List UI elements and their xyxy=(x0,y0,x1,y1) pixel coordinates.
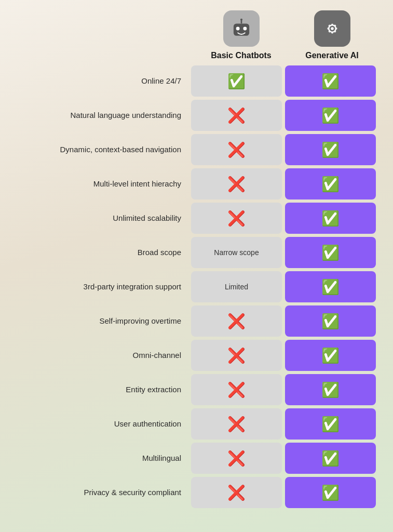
row-label: 3rd-party integration support xyxy=(16,271,189,302)
cross-mark-icon: ❌ xyxy=(227,381,246,398)
genai-cell: ✅ xyxy=(285,305,376,337)
table-body: Online 24/7✅✅Natural language understand… xyxy=(16,65,377,508)
check-mark-icon: ✅ xyxy=(321,450,340,467)
svg-point-4 xyxy=(240,19,242,21)
table-row: Entity extraction❌✅ xyxy=(16,374,377,405)
genai-cell: ✅ xyxy=(285,408,376,440)
check-mark-icon: ✅ xyxy=(321,416,340,433)
row-label: Multilingual xyxy=(16,443,189,474)
table-row: Broad scopeNarrow scope✅ xyxy=(16,237,377,268)
genai-cell: ✅ xyxy=(285,271,376,302)
table-row: Privacy & security compliant❌✅ xyxy=(16,477,377,508)
basic-cell: Limited xyxy=(191,271,282,302)
basic-cell: ❌ xyxy=(191,408,282,440)
basic-cell: ❌ xyxy=(191,305,282,337)
check-mark-icon: ✅ xyxy=(321,381,340,398)
genai-icon xyxy=(314,10,350,47)
row-label: Dynamic, context-based navigation xyxy=(16,134,189,165)
cross-mark-icon: ❌ xyxy=(227,484,246,501)
row-label: Privacy & security compliant xyxy=(16,477,189,508)
basic-cell: ❌ xyxy=(191,477,282,508)
svg-point-1 xyxy=(236,27,239,31)
table-row: Self-improving overtime❌✅ xyxy=(16,305,377,337)
check-mark-icon: ✅ xyxy=(321,278,340,296)
row-label: Self-improving overtime xyxy=(16,305,189,337)
basic-cell: Narrow scope xyxy=(191,237,282,268)
check-mark-icon: ✅ xyxy=(321,141,340,158)
genai-cell: ✅ xyxy=(285,340,376,371)
check-mark-icon: ✅ xyxy=(321,210,340,227)
table-row: Natural language understanding❌✅ xyxy=(16,100,377,131)
basic-cell: ❌ xyxy=(191,340,282,371)
genai-cell: ✅ xyxy=(285,237,376,268)
cross-mark-icon: ❌ xyxy=(227,107,246,124)
basic-cell: ❌ xyxy=(191,203,282,234)
cross-mark-icon: ❌ xyxy=(227,347,246,364)
cross-mark-icon: ❌ xyxy=(227,210,246,227)
basic-cell: ❌ xyxy=(191,100,282,131)
table-row: Omni-channel❌✅ xyxy=(16,340,377,371)
genai-cell: ✅ xyxy=(285,134,376,165)
table-row: Multi-level intent hierachy❌✅ xyxy=(16,168,377,200)
row-label: Entity extraction xyxy=(16,374,189,405)
check-mark-icon: ✅ xyxy=(321,107,340,124)
check-mark-icon: ✅ xyxy=(321,347,340,364)
cross-mark-icon: ❌ xyxy=(227,176,246,193)
row-label: Online 24/7 xyxy=(16,65,189,97)
row-label: Natural language understanding xyxy=(16,100,189,131)
cross-mark-icon: ❌ xyxy=(227,141,246,158)
cell-text-value: Narrow scope xyxy=(210,248,263,257)
genai-cell: ✅ xyxy=(285,100,376,131)
table-row: User authentication❌✅ xyxy=(16,408,377,440)
genai-cell: ✅ xyxy=(285,477,376,508)
table-row: 3rd-party integration supportLimited✅ xyxy=(16,271,377,302)
check-mark-icon: ✅ xyxy=(321,73,340,90)
chatbot-icon xyxy=(223,10,260,47)
row-label: Unlimited scalability xyxy=(16,203,189,234)
genai-cell: ✅ xyxy=(285,168,376,200)
genai-cell: ✅ xyxy=(285,65,376,97)
row-label: User authentication xyxy=(16,408,189,440)
row-label: Broad scope xyxy=(16,237,189,268)
comparison-table: Basic Chatbots xyxy=(16,10,377,511)
basic-cell: ❌ xyxy=(191,443,282,474)
row-label: Omni-channel xyxy=(16,340,189,371)
genai-cell: ✅ xyxy=(285,443,376,474)
check-mark-icon: ✅ xyxy=(321,313,340,330)
cross-mark-icon: ❌ xyxy=(227,313,246,330)
svg-point-2 xyxy=(243,27,247,31)
basic-chatbots-label: Basic Chatbots xyxy=(211,51,271,60)
genai-label: Generative AI xyxy=(305,51,359,60)
genai-cell: ✅ xyxy=(285,203,376,234)
check-mark-icon: ✅ xyxy=(321,176,340,193)
basic-cell: ✅ xyxy=(191,65,282,97)
svg-point-11 xyxy=(331,27,334,30)
table-row: Unlimited scalability❌✅ xyxy=(16,203,377,234)
row-label: Multi-level intent hierachy xyxy=(16,168,189,200)
table-row: Online 24/7✅✅ xyxy=(16,65,377,97)
basic-cell: ❌ xyxy=(191,134,282,165)
cell-text-value: Limited xyxy=(221,283,252,291)
cross-mark-icon: ❌ xyxy=(227,416,246,433)
cross-mark-icon: ❌ xyxy=(227,450,246,467)
check-mark-icon: ✅ xyxy=(321,484,340,501)
table-header: Basic Chatbots xyxy=(16,10,377,60)
basic-cell: ❌ xyxy=(191,374,282,405)
table-row: Multilingual❌✅ xyxy=(16,443,377,474)
genai-header: Generative AI xyxy=(287,10,377,60)
genai-cell: ✅ xyxy=(285,374,376,405)
check-mark-icon: ✅ xyxy=(321,244,340,261)
table-row: Dynamic, context-based navigation❌✅ xyxy=(16,134,377,165)
basic-chatbots-header: Basic Chatbots xyxy=(196,10,287,60)
basic-cell: ❌ xyxy=(191,168,282,200)
check-mark-icon: ✅ xyxy=(227,73,246,90)
